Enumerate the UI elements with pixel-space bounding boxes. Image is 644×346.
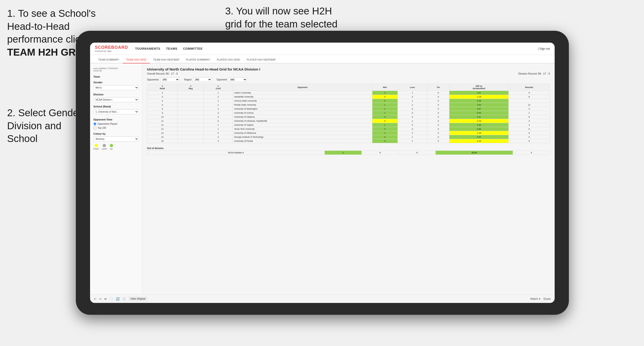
view-original[interactable]: View: Original	[129, 297, 147, 301]
cell-loss: 1	[398, 91, 427, 95]
cell-conf: 2	[204, 131, 233, 135]
overall-record: Overall Record: 89 - 17 - 0	[147, 72, 178, 75]
nav-sign-out[interactable]: | Sign out	[538, 47, 550, 50]
cell-loss: 0	[398, 107, 427, 111]
cell-loss: 4	[398, 95, 427, 99]
cell-rank: 15	[147, 135, 178, 139]
cell-tie: 0	[427, 131, 449, 135]
nav-tournaments[interactable]: TOURNAMENTS	[135, 47, 160, 50]
cell-diff: -2.29	[449, 95, 508, 99]
cell-conf: 3	[204, 111, 233, 115]
logo-sub: Powered by clippi	[95, 50, 112, 52]
col-tie: Tie	[427, 84, 449, 91]
col-diff: Diff AvStrokes/Rnd	[449, 84, 508, 91]
filter-opponents-select[interactable]: (All)	[160, 77, 180, 82]
tablet-screen: SCOREBOARD Powered by clippi TOURNAMENTS…	[90, 43, 555, 303]
cell-tie: 0	[427, 127, 449, 131]
cell-opponent: University of Florida	[233, 139, 372, 143]
share-btn[interactable]: Share	[543, 297, 551, 301]
filter-opponent-label: Opponent	[216, 78, 227, 81]
cell-win: 3	[372, 127, 398, 131]
cell-loss: 1	[398, 139, 427, 143]
cell-conf: 2	[204, 95, 233, 99]
cell-rounds: 9	[509, 139, 550, 143]
annotation-step3: 3. You will now see H2Hgrid for the team…	[225, 5, 338, 30]
cell-rank: 11	[147, 119, 178, 123]
cell-diff: 1.67	[449, 91, 508, 95]
cell-opponent: Texas Tech University	[233, 127, 372, 131]
sub-nav-player-summary[interactable]: PLAYER SUMMARY	[183, 56, 214, 63]
cell-rounds: 8	[509, 115, 550, 119]
cell-loss: 0	[398, 123, 427, 127]
table-row: 4 1 Arizona State University 5 1 0 2.29	[147, 99, 550, 103]
colour-by-select[interactable]: Win/loss	[94, 137, 139, 142]
table-row: 2 1 Auburn University 2 1 0 1.67 9	[147, 91, 550, 95]
school-label: School (Rank)	[94, 105, 139, 108]
col-loss: Loss	[398, 84, 427, 91]
sub-nav-player-h2h-grid[interactable]: PLAYER H2H GRID	[214, 56, 244, 63]
cell-rank: 6	[147, 103, 178, 107]
cell-loss: 1	[398, 119, 427, 123]
cell-diff: 2.33	[449, 123, 508, 127]
sub-nav-team-h2h-grid[interactable]: TEAM H2H GRID	[123, 56, 150, 63]
sub-nav-player-h2h-heatmap[interactable]: PLAYER H2H HEATMAP	[244, 56, 279, 63]
col-conf: #Conf	[204, 84, 233, 91]
undo-btn[interactable]: ↩	[94, 297, 96, 301]
top100-option[interactable]: Top 100	[94, 126, 139, 130]
radio-group: Opponents Played Top 100	[94, 122, 139, 130]
cell-opponent: Vanderbilt University	[233, 95, 372, 99]
cell-win: 1	[372, 131, 398, 135]
filter-region-select[interactable]: (All)	[193, 77, 212, 82]
opponent-view-label: Opponent View	[94, 118, 139, 121]
sub-nav-team-summary[interactable]: TEAM SUMMARY	[95, 56, 123, 63]
nav-teams[interactable]: TEAMS	[166, 47, 177, 50]
filter-opponent-select[interactable]: (All)	[228, 77, 247, 82]
refresh-btn[interactable]: 🔄	[116, 297, 120, 301]
opponents-played-option[interactable]: Opponents Played	[94, 122, 139, 125]
cell-reg	[178, 91, 203, 95]
cell-tie: 0	[427, 91, 449, 95]
division-select[interactable]: NCAA Division I	[94, 97, 139, 102]
out-tie: 0	[399, 151, 436, 155]
cell-diff: -1.00	[449, 131, 508, 135]
cell-tie: 0	[427, 123, 449, 127]
table-row: 10 5 University of Alabama 3 0 0 2.61 8	[147, 115, 550, 119]
clock-btn[interactable]: 🕐	[122, 297, 126, 301]
cell-win: 1	[372, 111, 398, 115]
cell-tie: 0	[427, 115, 449, 119]
nav-committee[interactable]: COMMITTEE	[183, 47, 203, 50]
out-win: 1	[325, 151, 362, 155]
out-name: NCAA Division II	[147, 151, 325, 155]
watch-btn[interactable]: Watch ▾	[530, 297, 540, 301]
gender-select[interactable]: Men's	[94, 85, 139, 90]
school-select[interactable]: 1. University of Nort...	[94, 109, 139, 114]
cell-conf: 1	[204, 91, 233, 95]
redo-btn[interactable]: ↪	[99, 297, 102, 301]
cell-conf: 1	[204, 99, 233, 103]
cell-rounds: 8	[509, 95, 550, 99]
out-diff: 26.00	[436, 151, 513, 155]
table-row: 8 2 University of Washington 1 0 0 3.67 …	[147, 107, 550, 111]
sub-nav-team-h2h-heatmap[interactable]: TEAM H2H HEATMAP	[150, 56, 183, 63]
cell-conf: 5	[204, 115, 233, 119]
filter-opponents: Opponents: (All)	[147, 77, 180, 82]
cell-opponent: University of Oklahoma	[233, 131, 372, 135]
cell-diff: -4.33	[449, 119, 508, 123]
back-btn[interactable]: ⬅	[104, 297, 107, 301]
col-reg: #Reg	[178, 84, 203, 91]
tablet-frame: SCOREBOARD Powered by clippi TOURNAMENTS…	[76, 31, 569, 315]
logo: SCOREBOARD Powered by clippi	[95, 45, 128, 52]
table-row: 15 4 Georgia Institute of Technology 6 1…	[147, 135, 550, 139]
cell-loss: 2	[398, 103, 427, 107]
cell-win: 0	[372, 95, 398, 99]
panel-timestamp: Last Updated: 27/03/2024 16:55:38	[94, 67, 139, 72]
cell-opponent: University of Arkansas, Fayetteville	[233, 119, 372, 123]
cell-rounds: 9	[509, 127, 550, 131]
cell-tie: 0	[427, 139, 449, 143]
table-row: 6 2 Florida State University 1 2 0 1.83 …	[147, 103, 550, 107]
cell-loss: 1	[398, 135, 427, 139]
nav-bar: SCOREBOARD Powered by clippi TOURNAMENTS…	[90, 43, 555, 55]
forward-btn[interactable]: 📄	[110, 297, 113, 301]
table-row: 11 6 University of Arkansas, Fayettevill…	[147, 119, 550, 123]
cell-reg	[178, 115, 203, 119]
